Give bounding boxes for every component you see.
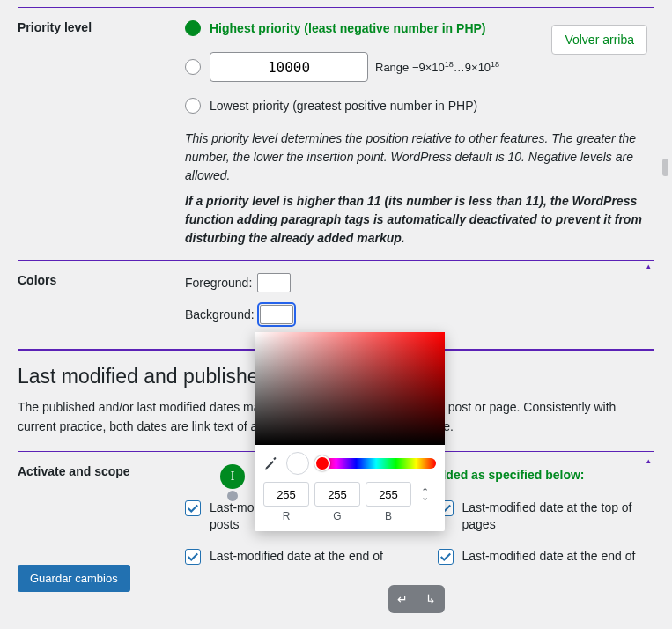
- checkbox-lm-top-posts[interactable]: [185, 500, 201, 516]
- foreground-label: Foreground:: [185, 276, 252, 290]
- priority-number-input[interactable]: [210, 52, 368, 82]
- collapse-icon[interactable]: ▴: [646, 262, 651, 270]
- nav-up-icon[interactable]: ↵: [397, 592, 408, 606]
- rgb-g-label: G: [314, 510, 360, 522]
- activate-scope-label: Activate and scope: [18, 464, 185, 478]
- color-picker-popover: ⌃⌄ R G B: [255, 332, 445, 531]
- nav-down-icon[interactable]: ↳: [425, 592, 436, 606]
- floating-nav-control: ↵ ↳: [388, 585, 445, 613]
- background-color-swatch[interactable]: [260, 305, 293, 324]
- radio-lowest-priority[interactable]: [185, 98, 201, 114]
- eyedropper-icon[interactable]: [263, 455, 279, 471]
- priority-description-2: If a priority level is higher than 11 (i…: [185, 192, 654, 248]
- checkbox-lm-end-posts[interactable]: [185, 549, 201, 565]
- back-to-top-button[interactable]: Volver arriba: [551, 25, 647, 55]
- checkbox-lm-end-posts-label: Last-modified date at the end of: [210, 548, 383, 566]
- radio-lowest-priority-label: Lowest priority (greatest positive numbe…: [210, 99, 477, 113]
- hue-slider[interactable]: [316, 458, 436, 469]
- colors-label: Colors: [18, 273, 185, 287]
- saturation-value-area[interactable]: [255, 332, 445, 445]
- foreground-color-swatch[interactable]: [257, 273, 291, 292]
- rgb-r-input[interactable]: [263, 482, 309, 507]
- priority-description-1: This priority level determines the posit…: [185, 130, 654, 185]
- radio-highest-priority-label: Highest priority (least negative number …: [210, 21, 486, 35]
- priority-range-text: Range −9×1018…9×1018: [375, 60, 499, 74]
- rgb-b-label: B: [366, 510, 411, 522]
- activate-toggle[interactable]: I: [220, 464, 245, 489]
- checkbox-lm-end-pages-label: Last-modified date at the end of: [462, 548, 636, 566]
- rgb-g-input[interactable]: [314, 482, 360, 507]
- rgb-r-label: R: [263, 510, 309, 522]
- radio-highest-priority[interactable]: [185, 20, 201, 36]
- rgb-b-input[interactable]: [366, 482, 411, 507]
- radio-custom-priority[interactable]: [185, 59, 201, 75]
- toggle-handle[interactable]: [227, 491, 238, 501]
- scrollbar-thumb[interactable]: [662, 159, 668, 176]
- format-toggle-icon[interactable]: ⌃⌄: [417, 489, 432, 500]
- checkbox-lm-top-pages-label: Last-modified date at the top of pages: [462, 500, 655, 534]
- current-color-preview: [286, 452, 309, 475]
- background-label: Background:: [185, 307, 255, 322]
- hue-slider-thumb[interactable]: [314, 455, 330, 471]
- checkbox-lm-end-pages[interactable]: [438, 549, 454, 565]
- priority-level-label: Priority level: [18, 20, 185, 34]
- save-changes-button[interactable]: Guardar cambios: [18, 565, 130, 592]
